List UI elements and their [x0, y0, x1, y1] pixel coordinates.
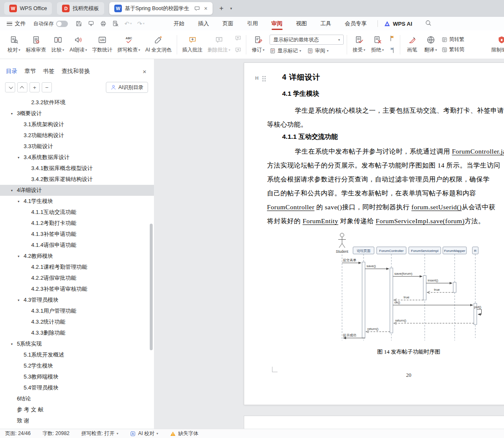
tab-review[interactable]: 审阅 [267, 17, 287, 30]
ribbon-insert-comment-button[interactable]: 插入批注 [180, 34, 205, 55]
ribbon-proofread-button[interactable]: 校对▾ [5, 34, 23, 55]
print-preview-icon[interactable] [112, 20, 119, 27]
outline-item[interactable]: ▾4.1学生模块 [0, 196, 154, 207]
tab-home[interactable]: 开始 [169, 17, 189, 30]
autosave-toggle[interactable] [56, 21, 68, 27]
tab-wps-office[interactable]: W WPS Office [4, 2, 52, 15]
missing-font-warning[interactable]: 缺失字体 [170, 430, 198, 437]
ribbon-ink-brush-button[interactable]: 画笔 [403, 34, 421, 55]
tab-view[interactable]: 视图 [291, 17, 312, 30]
close-tab-icon[interactable]: × [204, 5, 208, 12]
outline-item[interactable]: 3.4.1数据库概念模型设计 [0, 163, 154, 174]
outline-item[interactable]: ▾4详细设计 [0, 185, 154, 196]
tab-references[interactable]: 引用 [243, 17, 263, 30]
ribbon-compare-button[interactable]: 比较▾ [49, 34, 67, 55]
outline-item[interactable]: 6结论 [0, 393, 154, 404]
expand-arrow-icon[interactable]: ▾ [18, 200, 24, 203]
word-count-indicator[interactable]: 字数: 20982 [43, 430, 70, 437]
ribbon-previous-comment-button[interactable] [234, 35, 242, 43]
outline-item[interactable]: 5.1系统开发概述 [0, 349, 154, 360]
ribbon-ai-read-aloud-button[interactable]: AI朗读▾ [67, 34, 89, 55]
undo-button[interactable]: ↶▾ [124, 20, 132, 27]
ribbon-next-change-button[interactable] [388, 46, 396, 55]
file-menu[interactable]: 文件 [7, 20, 26, 27]
outline-item[interactable]: 3.4.2数据库逻辑结构设计 [0, 174, 154, 185]
ribbon-ai-polish-button[interactable]: AI 全文润色 [143, 34, 174, 55]
save-icon[interactable] [75, 20, 82, 27]
outline-item[interactable]: ▾3概要设计 [0, 108, 154, 119]
outline-item[interactable]: ▾3.4系统数据库设计 [0, 152, 154, 163]
outline-item[interactable]: 4.1.4请假申请功能 [0, 240, 154, 251]
new-tab-button[interactable]: + [218, 4, 225, 13]
outline-item[interactable]: 参 考 文 献 [0, 404, 154, 415]
outline-item[interactable]: ▾4.3管理员模块 [0, 295, 154, 306]
page-indicator[interactable]: 页面: 24/46 [5, 430, 31, 437]
spell-check-indicator[interactable]: 拼写检查: 打开▾ [81, 430, 119, 437]
ribbon-previous-change-button[interactable] [388, 35, 396, 43]
expand-level-button[interactable]: + [30, 82, 40, 92]
outline-item[interactable]: ▾5系统实现 [0, 338, 154, 349]
tab-page-layout[interactable]: 页面 [218, 17, 238, 30]
tab-list-dropdown-icon[interactable]: ▾ [230, 6, 232, 11]
print-icon[interactable] [100, 20, 107, 27]
outline-item[interactable]: 4.1.3补签申请功能 [0, 229, 154, 240]
ribbon-reviewers-button[interactable]: 审阅▾ [307, 47, 329, 54]
ribbon-next-comment-button[interactable] [234, 46, 242, 55]
expand-arrow-icon[interactable]: ▾ [18, 254, 24, 258]
outline-item[interactable]: 3.2功能结构设计 [0, 130, 154, 141]
outline-item[interactable]: 3.3功能设计 [0, 141, 154, 152]
display-for-review-select[interactable]: 显示标记的最终状态▾ [270, 35, 344, 45]
expand-arrow-icon[interactable]: ▾ [11, 342, 17, 346]
expand-all-button[interactable] [5, 82, 15, 92]
ribbon-word-count-button[interactable]: 123字数统计 [90, 34, 114, 55]
export-icon[interactable] [88, 20, 94, 27]
next-page[interactable] [244, 416, 504, 429]
outline-item[interactable]: 4.3.1用户管理功能 [0, 306, 154, 316]
expand-arrow-icon[interactable]: ▾ [18, 298, 24, 302]
ai-proofread-indicator[interactable]: AI 校对▾ [130, 430, 158, 437]
tab-active-document[interactable]: W 基于Spring Boot的校园学生 × [109, 2, 213, 15]
outline-item[interactable]: 4.2.2请假审批功能 [0, 273, 154, 284]
expand-arrow-icon[interactable]: ▾ [11, 189, 17, 192]
tab-tools[interactable]: 工具 [316, 17, 336, 30]
outline-item[interactable]: 4.3.2统计功能 [0, 316, 154, 327]
ribbon-restrict-editing-button[interactable]: 限制编辑 [489, 34, 504, 55]
ribbon-show-markup-button[interactable]: 显示标记▾ [270, 47, 301, 54]
document-page[interactable]: H 4 详细设计 4.1 学生模块 学生是系统的核心模块之一，主要包括互动交流、… [244, 62, 504, 405]
sidebar-tab-chapters[interactable]: 章节 [24, 68, 36, 75]
outline-item[interactable]: ▾4.2教师模块 [0, 251, 154, 262]
ribbon-spell-check-button[interactable]: ABC拼写检查▾ [115, 34, 142, 55]
sidebar-tab-find-replace[interactable]: 查找和替换 [62, 68, 90, 75]
sidebar-tab-bookmarks[interactable]: 书签 [43, 68, 54, 75]
outline-item[interactable]: 4.2.3补签申请审核功能 [0, 284, 154, 295]
ribbon-reject-button[interactable]: 拒绝▾ [369, 34, 386, 55]
ribbon-standard-review-button[interactable]: 标准审查 [24, 34, 48, 55]
undo-dropdown-icon[interactable]: ▾ [130, 22, 132, 25]
ribbon-simplified-to-traditional-button[interactable]: 简转繁 [442, 36, 464, 43]
expand-arrow-icon[interactable]: ▾ [11, 112, 17, 116]
outline-item[interactable]: 致 谢 [0, 415, 154, 426]
ribbon-track-changes-button[interactable]: 修订▾ [249, 34, 267, 55]
outline-item[interactable]: 4.1.2考勤打卡功能 [0, 218, 154, 229]
close-sidebar-icon[interactable]: × [143, 68, 146, 75]
collapse-level-button[interactable]: − [42, 82, 52, 92]
outline-item[interactable]: 5.2学生模块 [0, 360, 154, 371]
outline-item[interactable]: 4.3.3删除功能 [0, 327, 154, 338]
expand-arrow-icon[interactable]: ▾ [18, 156, 24, 160]
outline-item[interactable]: 4.1.1互动交流功能 [0, 207, 154, 218]
search-button[interactable] [425, 19, 432, 28]
ribbon-translate-button[interactable]: 翻译▾ [422, 34, 439, 55]
outline-item[interactable]: 2.3.2软件环境 [0, 97, 154, 108]
outline-item[interactable]: 5.3教师端模块 [0, 371, 154, 382]
paragraph-handle[interactable]: H [255, 76, 264, 81]
redo-dropdown-icon[interactable]: ▾ [143, 22, 145, 25]
sidebar-scrollbar[interactable] [150, 224, 153, 350]
outline-item[interactable]: 4.2.1课程考勤管理功能 [0, 262, 154, 273]
wps-ai-button[interactable]: WPS AI [384, 20, 412, 27]
sidebar-tab-toc[interactable]: 目录 [6, 68, 17, 75]
tab-docer-templates[interactable]: D 找稻壳模板 [57, 2, 104, 15]
collapse-all-button[interactable] [17, 82, 27, 92]
ribbon-accept-button[interactable]: 接受▾ [350, 34, 368, 55]
redo-button[interactable]: ↷▾ [137, 20, 144, 27]
tab-insert[interactable]: 插入 [194, 17, 214, 30]
